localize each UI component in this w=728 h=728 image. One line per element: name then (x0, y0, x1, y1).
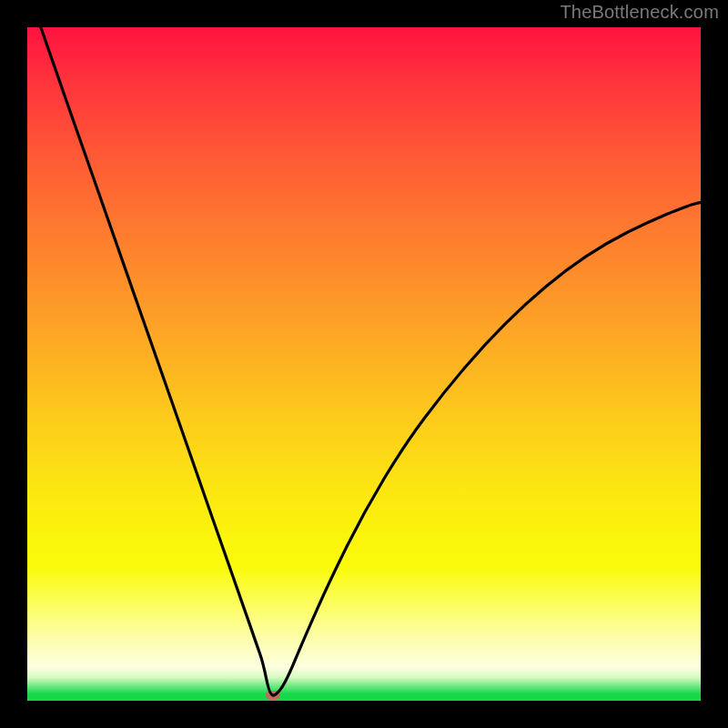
plot-area (27, 27, 701, 701)
chart-frame: TheBottleneck.com (0, 0, 728, 728)
watermark-text: TheBottleneck.com (560, 2, 719, 23)
bottleneck-curve (27, 27, 701, 701)
